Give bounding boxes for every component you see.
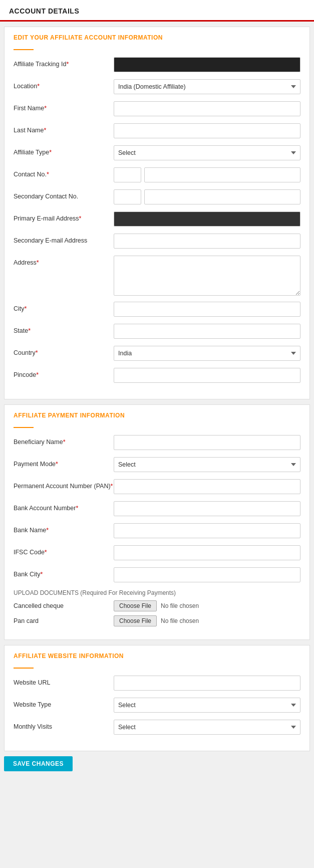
website-url-input[interactable] bbox=[114, 676, 300, 691]
primary-email-label: Primary E-mail Address* bbox=[14, 211, 114, 222]
contact-no-group bbox=[114, 167, 300, 182]
beneficiary-name-label: Beneficiary Name* bbox=[14, 435, 114, 446]
bank-account-input[interactable] bbox=[114, 501, 300, 516]
secondary-contact-row: Secondary Contact No. bbox=[14, 189, 300, 205]
affiliate-type-select[interactable]: Select Blogger Website Owner Social Medi… bbox=[114, 145, 300, 160]
account-section: EDIT YOUR AFFILIATE ACCOUNT INFORMATION … bbox=[4, 27, 310, 399]
website-type-row: Website Type Select Blog News E-commerce bbox=[14, 698, 300, 714]
bank-city-label: Bank City* bbox=[14, 567, 114, 578]
pincode-input[interactable] bbox=[114, 368, 300, 383]
last-name-label: Last Name* bbox=[14, 123, 114, 134]
secondary-contact-number-input[interactable] bbox=[144, 189, 300, 204]
pan-card-no-file: No file chosen bbox=[161, 617, 199, 624]
payment-divider bbox=[14, 427, 34, 428]
website-section: AFFILIATE WEBSITE INFORMATION Website UR… bbox=[4, 645, 310, 751]
first-name-row: First Name* bbox=[14, 101, 300, 117]
beneficiary-name-row: Beneficiary Name* bbox=[14, 435, 300, 451]
payment-mode-select[interactable]: Select NEFT IMPS Cheque bbox=[114, 457, 300, 472]
location-label: Location* bbox=[14, 79, 114, 90]
affiliate-type-label: Affiliate Type* bbox=[14, 145, 114, 156]
contact-no-label: Contact No.* bbox=[14, 167, 114, 178]
pan-card-upload: Choose File No file chosen bbox=[114, 615, 199, 626]
website-type-label: Website Type bbox=[14, 698, 114, 708]
city-input[interactable] bbox=[114, 302, 300, 317]
save-changes-button[interactable]: SAVE CHANGES bbox=[4, 756, 73, 771]
ifsc-label: IFSC Code* bbox=[14, 545, 114, 556]
pan-label: Permanent Account Number (PAN)* bbox=[14, 479, 114, 490]
pan-card-choose-btn[interactable]: Choose File bbox=[114, 615, 157, 626]
ifsc-input[interactable] bbox=[114, 545, 300, 560]
affiliate-type-row: Affiliate Type* Select Blogger Website O… bbox=[14, 145, 300, 161]
country-row: Country* India USA UK Other bbox=[14, 346, 300, 362]
bank-city-input[interactable] bbox=[114, 567, 300, 582]
country-label: Country* bbox=[14, 346, 114, 356]
last-name-row: Last Name* bbox=[14, 123, 300, 139]
bank-name-label: Bank Name* bbox=[14, 523, 114, 534]
website-type-select[interactable]: Select Blog News E-commerce bbox=[114, 698, 300, 713]
address-label: Address* bbox=[14, 256, 114, 266]
website-section-title: AFFILIATE WEBSITE INFORMATION bbox=[14, 653, 300, 661]
secondary-contact-country-code-input[interactable] bbox=[114, 189, 141, 204]
state-label: State* bbox=[14, 324, 114, 334]
contact-no-row: Contact No.* bbox=[14, 167, 300, 183]
cancelled-cheque-row: Cancelled cheque Choose File No file cho… bbox=[14, 600, 300, 611]
secondary-contact-label: Secondary Contact No. bbox=[14, 189, 114, 200]
website-url-label: Website URL bbox=[14, 676, 114, 686]
bank-city-row: Bank City* bbox=[14, 567, 300, 583]
secondary-contact-group bbox=[114, 189, 300, 204]
account-section-title: EDIT YOUR AFFILIATE ACCOUNT INFORMATION bbox=[14, 34, 300, 42]
bank-account-row: Bank Account Number* bbox=[14, 501, 300, 517]
pincode-label: Pincode* bbox=[14, 368, 114, 378]
payment-mode-label: Payment Mode* bbox=[14, 457, 114, 468]
payment-mode-row: Payment Mode* Select NEFT IMPS Cheque bbox=[14, 457, 300, 473]
pan-card-row: Pan card Choose File No file chosen bbox=[14, 615, 300, 626]
secondary-email-row: Secondary E-mail Address bbox=[14, 234, 300, 250]
location-select[interactable]: India (Domestic Affiliate) bbox=[114, 79, 300, 94]
first-name-label: First Name* bbox=[14, 101, 114, 112]
secondary-email-input[interactable] bbox=[114, 234, 300, 249]
monthly-visits-select[interactable]: Select < 1000 1000-5000 5000-10000 > 100… bbox=[114, 720, 300, 735]
payment-section-title: AFFILIATE PAYMENT INFORMATION bbox=[14, 412, 300, 420]
website-divider bbox=[14, 668, 34, 669]
account-divider bbox=[14, 49, 34, 50]
affiliate-tracking-id-input[interactable] bbox=[114, 57, 300, 72]
cancelled-cheque-upload: Choose File No file chosen bbox=[114, 600, 199, 611]
pincode-row: Pincode* bbox=[14, 368, 300, 384]
monthly-visits-row: Monthly Visits Select < 1000 1000-5000 5… bbox=[14, 720, 300, 736]
monthly-visits-label: Monthly Visits bbox=[14, 720, 114, 730]
affiliate-tracking-id-label: Affiliate Tracking Id* bbox=[14, 57, 114, 68]
bank-name-row: Bank Name* bbox=[14, 523, 300, 539]
contact-country-code-input[interactable] bbox=[114, 167, 141, 182]
bank-account-label: Bank Account Number* bbox=[14, 501, 114, 512]
page-wrapper: ACCOUNT DETAILS EDIT YOUR AFFILIATE ACCO… bbox=[0, 0, 314, 771]
pan-input[interactable] bbox=[114, 479, 300, 494]
page-header: ACCOUNT DETAILS bbox=[0, 0, 314, 22]
page-title: ACCOUNT DETAILS bbox=[9, 7, 305, 15]
cancelled-cheque-no-file: No file chosen bbox=[161, 602, 199, 609]
primary-email-input[interactable] bbox=[114, 211, 300, 227]
affiliate-tracking-id-row: Affiliate Tracking Id* bbox=[14, 57, 300, 73]
cancelled-cheque-choose-btn[interactable]: Choose File bbox=[114, 600, 157, 611]
bank-name-input[interactable] bbox=[114, 523, 300, 538]
contact-number-input[interactable] bbox=[144, 167, 300, 182]
address-input[interactable] bbox=[114, 256, 300, 296]
country-select[interactable]: India USA UK Other bbox=[114, 346, 300, 361]
website-url-row: Website URL bbox=[14, 676, 300, 692]
location-row: Location* India (Domestic Affiliate) bbox=[14, 79, 300, 95]
primary-email-row: Primary E-mail Address* bbox=[14, 211, 300, 228]
address-row: Address* bbox=[14, 256, 300, 296]
pan-row: Permanent Account Number (PAN)* bbox=[14, 479, 300, 495]
first-name-input[interactable] bbox=[114, 101, 300, 116]
state-input[interactable] bbox=[114, 324, 300, 339]
beneficiary-name-input[interactable] bbox=[114, 435, 300, 450]
city-label: City* bbox=[14, 302, 114, 312]
payment-section: AFFILIATE PAYMENT INFORMATION Beneficiar… bbox=[4, 404, 310, 640]
pan-card-label: Pan card bbox=[14, 617, 114, 624]
cancelled-cheque-label: Cancelled cheque bbox=[14, 602, 114, 609]
state-row: State* bbox=[14, 324, 300, 340]
upload-section-title: UPLOAD DOCUMENTS (Required For Receiving… bbox=[14, 589, 300, 596]
city-row: City* bbox=[14, 302, 300, 318]
ifsc-row: IFSC Code* bbox=[14, 545, 300, 561]
secondary-email-label: Secondary E-mail Address bbox=[14, 234, 114, 244]
last-name-input[interactable] bbox=[114, 123, 300, 138]
